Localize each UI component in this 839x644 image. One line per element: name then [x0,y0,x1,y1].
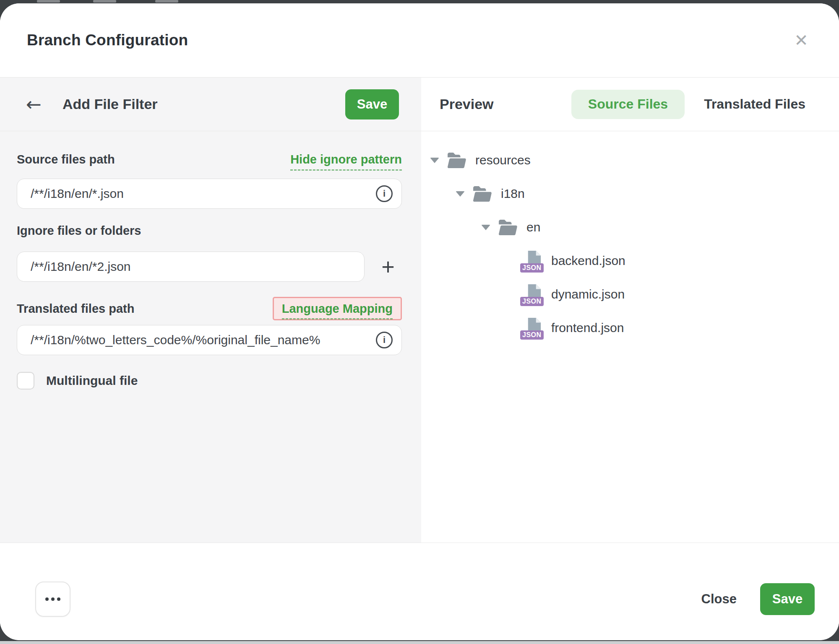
info-icon[interactable]: i [376,185,393,202]
tab-translated-files[interactable]: Translated Files [704,96,805,112]
file-filter-panel: ← Add File Filter Save Source files path… [0,78,421,543]
tree-folder-row[interactable]: en [421,210,839,244]
background-window-fragment [155,0,178,3]
tree-file-row[interactable]: JSONfrontend.json [421,311,839,345]
folder-icon [498,219,517,236]
translated-path-input-wrap: i [17,325,402,355]
tree-node-label: en [526,220,540,234]
tree-node-label: resources [475,153,531,167]
tree-node-label: frontend.json [551,321,624,335]
modal-footer: Close Save [0,543,839,640]
ignore-label: Ignore files or folders [17,224,141,238]
json-badge: JSON [520,263,544,273]
json-file-icon: JSON [524,317,542,339]
translated-label-row: Translated files path Language Mapping [17,294,402,323]
preview-panel: Preview Source Files Translated Files re… [421,78,839,543]
translated-path-input[interactable] [17,325,402,355]
translated-path-label: Translated files path [17,302,134,316]
source-path-label-row: Source files path Hide ignore pattern [17,153,402,170]
branch-configuration-modal: Branch Configuration ✕ ← Add File Filter… [0,3,839,640]
footer-actions: Close Save [701,583,815,615]
folder-icon [472,185,492,202]
tree-node-label: backend.json [551,254,625,268]
json-badge: JSON [520,330,544,340]
close-icon[interactable]: ✕ [790,29,812,51]
background-window-fragment [93,0,116,3]
multilingual-label: Multilingual file [46,374,138,388]
ellipsis-icon [57,597,60,601]
chevron-down-icon[interactable] [481,225,498,230]
chevron-down-icon[interactable] [430,158,447,163]
screen-bottom-strip [0,641,839,644]
back-arrow-icon[interactable]: ← [26,95,42,114]
filter-heading: Add File Filter [63,96,158,112]
ellipsis-icon [51,597,55,601]
save-button[interactable]: Save [760,583,815,615]
json-badge: JSON [520,297,544,306]
tab-source-files[interactable]: Source Files [571,90,685,119]
filter-sub-header: ← Add File Filter Save [0,78,421,131]
chevron-down-icon[interactable] [456,191,472,197]
save-filter-button[interactable]: Save [345,89,399,119]
modal-title: Branch Configuration [27,31,188,49]
preview-sub-header: Preview Source Files Translated Files [421,78,839,131]
source-path-input-wrap: i [17,179,402,209]
info-icon[interactable]: i [376,332,393,348]
multilingual-checkbox[interactable] [17,372,34,390]
ignore-pattern-input[interactable] [17,252,365,282]
source-path-input[interactable] [17,179,402,209]
hide-ignore-pattern-link[interactable]: Hide ignore pattern [290,153,402,171]
background-window-fragment [37,0,60,3]
source-path-label: Source files path [17,153,115,166]
modal-header: Branch Configuration ✕ [0,3,839,78]
tree-folder-row[interactable]: i18n [421,177,839,210]
preview-heading: Preview [440,96,494,112]
close-button[interactable]: Close [701,592,737,607]
preview-tabs: Source Files Translated Files [571,90,805,119]
tree-node-label: dynamic.json [551,287,625,301]
more-options-button[interactable] [35,582,70,617]
ignore-input-row: + [17,252,402,282]
file-tree: resourcesi18nenJSONbackend.jsonJSONdynam… [421,131,839,345]
tree-node-label: i18n [501,187,525,201]
tree-file-row[interactable]: JSONbackend.json [421,244,839,278]
ellipsis-icon [45,597,49,601]
filter-form: Source files path Hide ignore pattern i … [0,131,421,390]
language-mapping-link[interactable]: Language Mapping [282,302,393,319]
tree-file-row[interactable]: JSONdynamic.json [421,278,839,311]
tree-folder-row[interactable]: resources [421,143,839,177]
ignore-label-row: Ignore files or folders [17,224,402,242]
json-file-icon: JSON [524,250,542,272]
add-pattern-icon[interactable]: + [378,254,399,279]
language-mapping-highlight: Language Mapping [273,297,402,320]
folder-icon [447,152,466,169]
multilingual-row: Multilingual file [17,372,402,390]
json-file-icon: JSON [524,283,542,305]
modal-body: ← Add File Filter Save Source files path… [0,78,839,543]
